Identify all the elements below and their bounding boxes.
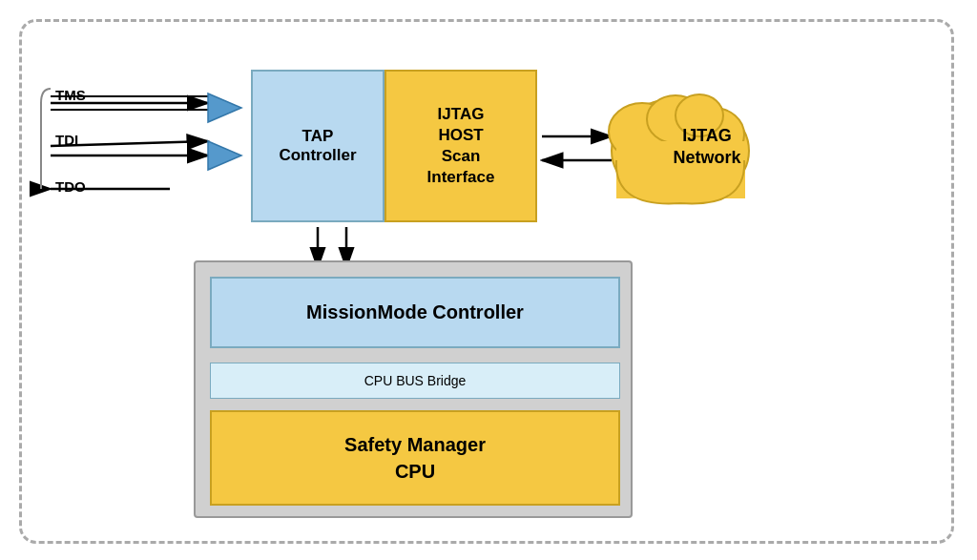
cpu-bus-bridge-box: CPU BUS Bridge	[210, 363, 620, 399]
svg-marker-16	[208, 93, 241, 122]
tap-controller-label: TAP Controller	[279, 127, 356, 165]
tdi-label: TDI	[55, 132, 78, 148]
svg-marker-17	[208, 141, 241, 170]
mission-controller-label: MissionMode Controller	[306, 301, 524, 323]
safety-manager-label: Safety ManagerCPU	[344, 431, 486, 485]
tdo-label: TDO	[55, 178, 86, 195]
ijtag-host-label: IJTAGHOSTScanInterface	[427, 104, 495, 188]
ijtag-network-label: IJTAG Network	[640, 125, 774, 170]
safety-manager-box: Safety ManagerCPU	[210, 410, 620, 506]
tms-label: TMS	[55, 87, 86, 103]
tap-controller-box: TAP Controller	[251, 70, 385, 222]
cpu-bus-bridge-label: CPU BUS Bridge	[364, 373, 467, 388]
mission-controller-box: MissionMode Controller	[210, 277, 620, 348]
mission-outer-box: MissionMode Controller CPU BUS Bridge Sa…	[194, 260, 633, 518]
diagram-container: TMS TDI TDO TAP Controller IJTAGHOSTScan…	[19, 19, 954, 544]
ijtag-host-box: IJTAGHOSTScanInterface	[385, 70, 537, 222]
